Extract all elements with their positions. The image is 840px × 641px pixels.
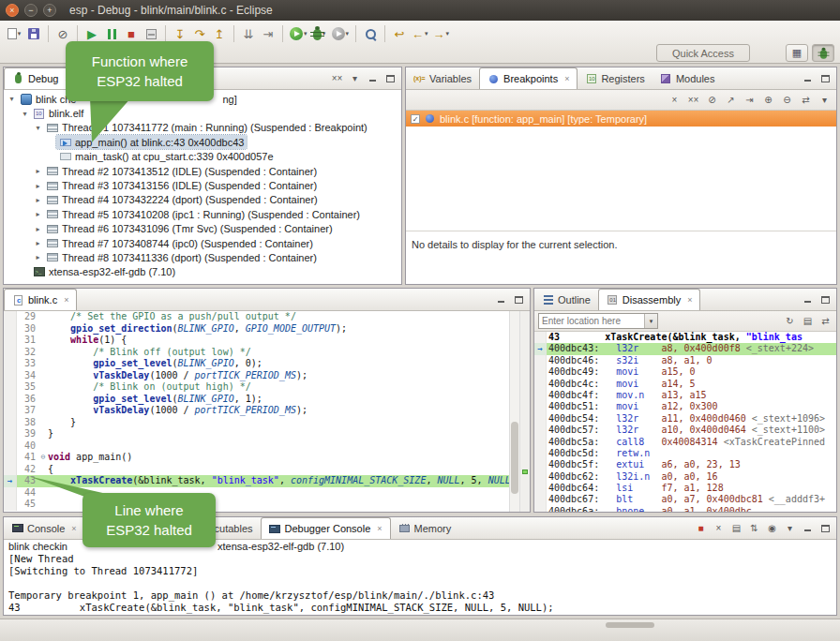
drop-to-frame-icon[interactable]: ⇊ <box>239 23 258 44</box>
editor-overview-ruler[interactable] <box>519 311 530 512</box>
tree-collapsed-icon[interactable]: ▸ <box>33 167 43 175</box>
sync-with-debug-icon[interactable]: ⇄ <box>818 314 832 328</box>
run-icon[interactable]: ▾ <box>288 23 309 44</box>
tree-expanded-icon[interactable]: ▾ <box>33 124 43 132</box>
editor-line[interactable]: 44 <box>4 487 508 499</box>
disassembly-line[interactable]: 400dbc4f: mov.n a13, a15 <box>534 390 836 401</box>
editor-line[interactable]: 33 gpio_set_level(BLINK_GPIO, 0); <box>4 358 508 370</box>
debug-tree-row[interactable]: ▸Thread #2 1073413512 (IDLE) (Suspended … <box>4 164 401 178</box>
tab-modules[interactable]: Modules <box>652 67 723 89</box>
minimize-view-icon[interactable] <box>801 292 815 306</box>
disassembly-line[interactable]: 400dbc6a: bnone a0, a1, 0x400dbc <box>534 506 836 512</box>
disassembly-line[interactable]: 400dbc49: movi a15, 0 <box>534 366 836 378</box>
editor-line[interactable]: 38 } <box>4 417 508 429</box>
tree-expanded-icon[interactable]: ▾ <box>7 95 17 103</box>
disassembly-line[interactable]: 400dbc64: lsi f7, a1, 128 <box>534 483 836 494</box>
quick-access-button[interactable]: Quick Access <box>656 44 750 62</box>
tree-collapsed-icon[interactable]: ▸ <box>33 196 43 204</box>
scroll-lock-icon[interactable]: ⇅ <box>747 521 761 535</box>
maximize-view-icon[interactable] <box>818 521 832 535</box>
disassembly-line[interactable]: 400dbc51: movi a12, 0x300 <box>534 401 836 412</box>
combo-dropdown-icon[interactable]: ▾ <box>644 314 657 328</box>
step-into-icon[interactable]: ↧ <box>171 23 189 44</box>
tab-blink-c[interactable]: blink.c× <box>4 289 77 310</box>
maximize-view-icon[interactable] <box>818 71 832 85</box>
skip-all-icon[interactable]: ⇥ <box>742 93 757 107</box>
terminate-icon[interactable]: ■ <box>122 23 141 44</box>
suspend-icon[interactable] <box>102 23 121 44</box>
show-source-icon[interactable]: ▤ <box>801 314 815 328</box>
tab-outline[interactable]: Outline <box>534 289 598 310</box>
save-icon[interactable] <box>24 23 43 44</box>
debug-tree-row[interactable]: app_main() at blink.c:43 0x400dbc43 <box>4 135 401 149</box>
debug-icon[interactable]: ▾ <box>310 23 329 44</box>
minimize-view-icon[interactable] <box>801 521 815 535</box>
tree-collapsed-icon[interactable]: ▸ <box>33 253 43 261</box>
editor-line[interactable]: 42{ <box>4 464 508 476</box>
disassembly-line[interactable]: 400dbc4c: movi a14, 5 <box>534 379 836 390</box>
tab-executables[interactable]: Executables <box>173 517 261 539</box>
display-selected-console-icon[interactable]: ▾ <box>783 521 797 535</box>
debug-tree-row[interactable]: ▾blink.elf <box>4 106 401 120</box>
debug-tree-row[interactable]: ▸Thread #3 1073413156 (IDLE) (Suspended … <box>4 178 401 192</box>
step-return-icon[interactable]: ↥ <box>210 23 229 44</box>
clear-console-icon[interactable]: ▤ <box>729 521 743 535</box>
disassembly-line[interactable]: 400dbc62: l32i.n a0, a0, 16 <box>534 471 836 483</box>
last-edit-location-icon[interactable]: ↩ <box>390 23 409 44</box>
open-perspective-icon[interactable]: ▦ <box>786 44 808 62</box>
code-editor[interactable]: 29 /* Set the GPIO as a push/pull output… <box>4 311 530 512</box>
pin-console-icon[interactable]: ◉ <box>765 521 779 535</box>
tab-memory[interactable]: Memory <box>391 517 459 539</box>
fold-marker-icon[interactable]: ⊖ <box>38 452 48 464</box>
show-supported-icon[interactable]: ⊘ <box>705 93 719 107</box>
editor-line[interactable]: 39} <box>4 428 508 440</box>
disassembly-line[interactable]: 43 xTaskCreate(&blink_task, "blink_tas <box>534 332 836 343</box>
editor-line[interactable]: 37 vTaskDelay(1000 / portTICK_PERIOD_MS)… <box>4 405 508 417</box>
breakpoint-entry[interactable]: ✓ blink.c [function: app_main] [type: Te… <box>406 111 836 127</box>
remove-selected-icon[interactable]: × <box>668 93 682 107</box>
editor-line[interactable]: 35 /* Blink on (output high) */ <box>4 381 508 394</box>
tab-console[interactable]: Console× <box>4 517 84 539</box>
tab-debug[interactable]: Debug× <box>4 67 79 89</box>
disassembly-line[interactable]: 400dbc5a: call8 0x40084314 <xTaskCreateP… <box>534 437 836 448</box>
close-tab-icon[interactable]: × <box>71 524 76 533</box>
new-wizard-icon[interactable]: ▾ <box>5 23 23 44</box>
terminate-icon[interactable]: ■ <box>694 521 708 535</box>
tab-debugger-console[interactable]: Debugger Console× <box>261 517 391 539</box>
debug-perspective-icon[interactable] <box>812 44 834 62</box>
debug-tree-row[interactable]: ▾Thread #1 1073411772 (main : Running) (… <box>4 121 401 135</box>
close-tab-icon[interactable]: × <box>687 295 692 305</box>
editor-line[interactable]: 34 vTaskDelay(1000 / portTICK_PERIOD_MS)… <box>4 370 508 382</box>
location-combo[interactable]: Enter location here ▾ <box>538 313 658 329</box>
disconnect-icon[interactable] <box>142 23 160 44</box>
view-menu-icon[interactable]: ▾ <box>348 71 362 85</box>
debug-tree-row[interactable]: ▸Thread #5 1073410208 (ipc1 : Running) (… <box>4 207 401 221</box>
horizontal-scrollbar-thumb[interactable] <box>606 622 654 628</box>
tree-expanded-icon[interactable]: ▾ <box>20 110 30 118</box>
tab-variables[interactable]: Variables <box>406 67 479 89</box>
tree-collapsed-icon[interactable]: ▸ <box>33 182 43 190</box>
debug-tree-row[interactable]: ▸Thread #7 1073408744 (ipc0) (Suspended … <box>4 236 401 250</box>
breakpoint-checkbox[interactable]: ✓ <box>411 114 420 124</box>
skip-all-breakpoints-icon[interactable]: ⊘ <box>53 23 72 44</box>
maximize-view-icon[interactable] <box>818 292 832 306</box>
minimize-view-icon[interactable] <box>366 71 380 85</box>
refresh-icon[interactable]: ↻ <box>783 314 797 328</box>
disassembly-line[interactable]: 400dbc57: l32r a10, 0x400d0464 <_stext+1… <box>534 425 836 436</box>
minimize-view-icon[interactable] <box>801 71 815 85</box>
editor-line[interactable]: 41⊖void app_main() <box>4 452 508 464</box>
external-tools-icon[interactable]: ▾ <box>330 23 352 44</box>
remove-all-terminated-icon[interactable]: ×× <box>330 71 344 85</box>
editor-line[interactable]: 30 gpio_set_direction(BLINK_GPIO, GPIO_M… <box>4 323 508 335</box>
maximize-view-icon[interactable] <box>383 71 398 85</box>
back-icon[interactable]: ←▾ <box>410 23 430 44</box>
remove-launch-icon[interactable]: × <box>712 521 726 535</box>
expand-all-icon[interactable]: ⊕ <box>761 93 775 107</box>
view-menu-icon[interactable]: ▾ <box>818 93 832 107</box>
editor-line[interactable]: 31 while(1) { <box>4 335 508 347</box>
go-to-file-icon[interactable]: ↗ <box>724 93 738 107</box>
disassembly-line[interactable]: 400dbc54: l32r a11, 0x400d0460 <_stext+1… <box>534 413 836 425</box>
collapse-all-icon[interactable]: ⊖ <box>780 93 794 107</box>
window-close-button[interactable]: × <box>6 4 19 17</box>
use-step-filters-icon[interactable]: ⇥ <box>259 23 278 44</box>
